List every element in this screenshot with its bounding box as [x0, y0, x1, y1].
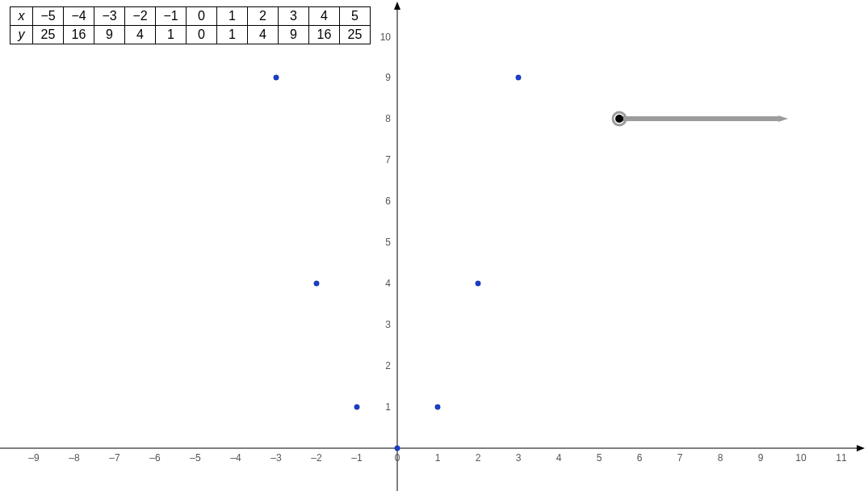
table-cell: −2	[125, 7, 156, 26]
table-cell: 25	[33, 26, 64, 44]
y-tick-label-overflow: 10	[380, 31, 392, 43]
x-tick-label: 5	[597, 452, 602, 464]
y-tick-label: 8	[385, 113, 391, 124]
table-cell: −5	[33, 7, 64, 26]
y-tick-label: 6	[385, 195, 391, 207]
x-tick-label: –5	[190, 452, 201, 464]
x-tick-label: 2	[476, 452, 481, 464]
coordinate-plane[interactable]: –9–8–7–6–5–4–3–2–10123456789101112345678…	[0, 0, 868, 491]
table-cell: 25	[340, 26, 371, 44]
table-cell: 2	[248, 7, 279, 26]
x-tick-label: 9	[758, 452, 764, 464]
row-label-x: x	[10, 7, 33, 26]
x-tick-label: 6	[637, 452, 643, 464]
table-cell: 1	[217, 26, 248, 44]
y-tick-label: 2	[385, 360, 391, 371]
x-tick-label: –8	[69, 452, 80, 464]
slider-thumb-inner[interactable]	[615, 115, 623, 123]
y-tick-label: 9	[385, 72, 391, 83]
table-cell: 4	[248, 26, 279, 44]
data-point	[274, 75, 279, 80]
slider[interactable]	[613, 112, 788, 125]
data-point	[314, 281, 319, 286]
x-tick-label: –4	[230, 452, 241, 464]
x-tick-label: –7	[109, 452, 120, 464]
table-cell: 3	[279, 7, 309, 26]
data-point	[516, 75, 521, 80]
table-cell: 5	[340, 7, 371, 26]
table-cell: 16	[64, 26, 94, 44]
x-tick-label: –2	[311, 452, 322, 464]
x-tick-label: 8	[718, 452, 723, 464]
table-cell: 4	[125, 26, 156, 44]
data-point	[395, 446, 400, 451]
x-tick-label: 4	[556, 452, 562, 464]
x-axis-arrow-icon	[857, 445, 865, 451]
x-tick-label: –3	[270, 452, 282, 464]
table-cell: 1	[156, 26, 187, 44]
table-row: y 25 16 9 4 1 0 1 4 9 16 25	[10, 26, 371, 44]
x-tick-label: 3	[516, 452, 522, 464]
table-cell: 1	[217, 7, 248, 26]
data-point	[435, 405, 440, 409]
table-row: x −5 −4 −3 −2 −1 0 1 2 3 4 5	[10, 7, 371, 26]
data-point	[476, 281, 480, 286]
x-tick-label: 10	[795, 452, 807, 464]
xy-data-table: x −5 −4 −3 −2 −1 0 1 2 3 4 5 y 25 16 9 4…	[10, 6, 371, 44]
y-tick-label: 4	[385, 278, 391, 289]
table-cell: 0	[187, 7, 217, 26]
x-tick-label: –1	[351, 452, 363, 464]
x-tick-label: –9	[28, 452, 40, 464]
y-tick-label: 3	[385, 319, 391, 330]
y-tick-label: 5	[385, 237, 391, 248]
table-cell: 9	[94, 26, 125, 44]
row-label-y: y	[10, 26, 33, 44]
table-cell: 0	[187, 26, 217, 44]
table-cell: 9	[279, 26, 309, 44]
y-tick-label: 7	[385, 154, 391, 166]
table-cell: 16	[309, 26, 340, 44]
table-cell: −3	[94, 7, 125, 26]
table-cell: 4	[309, 7, 340, 26]
x-tick-label: –6	[149, 452, 161, 464]
table-cell: −1	[156, 7, 187, 26]
x-tick-label: 1	[435, 452, 441, 464]
table-cell: −4	[64, 7, 94, 26]
x-tick-label: 7	[677, 452, 683, 464]
y-axis-arrow-icon	[394, 2, 400, 10]
slider-arrow-icon	[778, 115, 788, 122]
x-tick-label: 11	[836, 452, 847, 464]
x-tick-label: 0	[395, 452, 400, 464]
data-point	[354, 405, 359, 409]
y-tick-label: 1	[385, 401, 391, 413]
